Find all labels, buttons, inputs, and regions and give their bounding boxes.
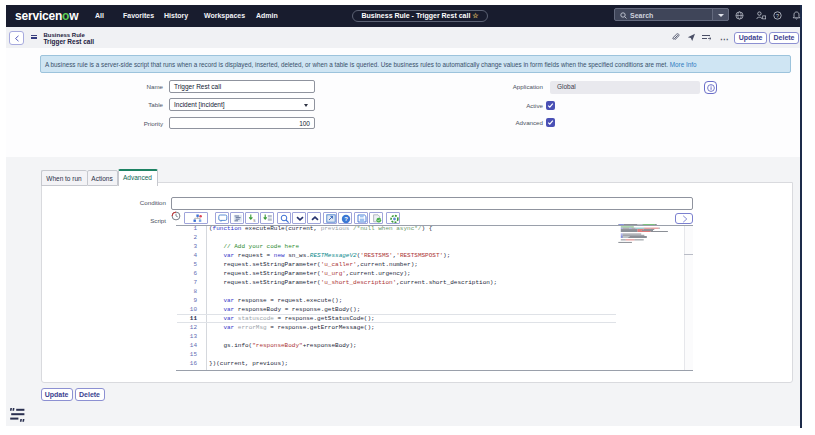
svg-text:?: ? [344,216,348,222]
svg-text:?: ? [776,13,779,19]
svg-text:s: s [253,218,256,223]
